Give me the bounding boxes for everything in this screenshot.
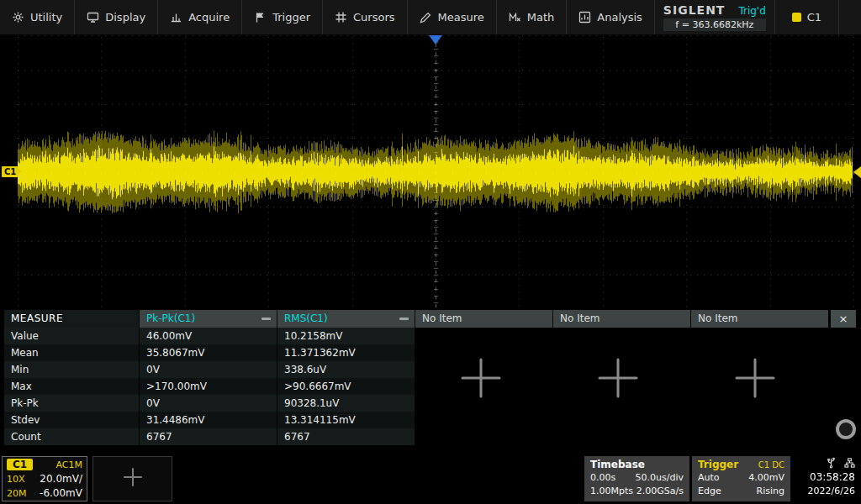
measure-value-cell: >170.00mV	[140, 378, 277, 395]
menu-bar: Utility Display Acquire Trigger Cursors	[0, 0, 861, 35]
trigger-status-badge: Trig'd	[738, 5, 765, 17]
add-measurement-plus-icon[interactable]	[732, 355, 778, 401]
measure-column-label: No Item	[422, 312, 462, 324]
measure-value-cell: 6767	[277, 428, 415, 445]
measure-header-row: MEASURE Pk-Pk(C1) RMS(C1) No Item No Ite…	[4, 310, 828, 328]
menu-item-label: Math	[527, 11, 555, 24]
measure-row-label: Stdev	[4, 412, 139, 428]
table-row: Count 6767 6767	[4, 428, 415, 445]
channel-color-icon	[792, 13, 801, 22]
channel-offset: -6.00mV	[40, 487, 82, 499]
measure-value-cell: 35.8067mV	[140, 344, 277, 361]
measure-table: Value 46.00mV 10.2158mV Mean 35.8067mV 1…	[4, 328, 415, 445]
menu-item-display[interactable]: Display	[75, 0, 158, 34]
channel-marker-label: C1	[4, 167, 16, 176]
minimize-dash-icon[interactable]	[399, 318, 409, 320]
timebase-title: Timebase	[590, 459, 684, 471]
add-measurement-plus-icon[interactable]	[595, 355, 641, 401]
measure-column-label: No Item	[698, 312, 737, 324]
menu-item-label: Display	[105, 11, 145, 24]
measure-row-label: Mean	[4, 344, 139, 361]
trigger-type: Edge	[698, 485, 721, 498]
cursors-icon	[335, 11, 347, 24]
measure-column-empty-3[interactable]: No Item	[691, 310, 828, 328]
channel-descriptor-box[interactable]: C1 AC1M 10X 20.0mV/ 20M -6.00mV	[2, 456, 87, 501]
measure-column-empty-1[interactable]: No Item	[415, 310, 552, 328]
menu-item-label: Cursors	[353, 11, 395, 24]
display-icon	[87, 11, 99, 24]
trigger-source: C1 DC	[758, 459, 784, 471]
measure-column-pkpk[interactable]: Pk-Pk(C1)	[140, 310, 277, 328]
timebase-memory: 1.00Mpts	[590, 485, 633, 498]
menu-item-label: Acquire	[188, 11, 230, 24]
measure-value-cell: 0V	[140, 361, 277, 378]
menu-item-cursors[interactable]: Cursors	[323, 0, 408, 34]
math-icon	[509, 11, 521, 24]
measure-row-label: Value	[4, 328, 139, 344]
waveform-area[interactable]: C1	[0, 35, 861, 309]
measure-value-cell: 13.314115mV	[277, 412, 415, 428]
timebase-sample-rate: 2.00GSa/s	[637, 485, 684, 498]
measure-column-label: No Item	[560, 312, 600, 324]
menu-item-label: Utility	[30, 11, 62, 24]
channel-tab-label: C1	[807, 11, 821, 24]
channel-name-badge: C1	[7, 459, 33, 470]
measure-value-cell: 90328.1uV	[277, 395, 415, 412]
measure-row-label: Pk-Pk	[4, 395, 139, 412]
measure-panel: MEASURE Pk-Pk(C1) RMS(C1) No Item No Ite…	[0, 310, 861, 448]
channel-position-marker[interactable]: C1	[2, 166, 18, 177]
menu-item-measure[interactable]: Measure	[408, 0, 497, 34]
add-measurement-plus-icon[interactable]	[458, 355, 504, 401]
table-row: Pk-Pk 0V 90328.1uV	[4, 395, 415, 412]
trigger-level-marker[interactable]	[853, 166, 861, 178]
menu-bar-spacer	[839, 0, 861, 34]
timebase-descriptor-box[interactable]: Timebase 0.00s 50.0us/div 1.00Mpts 2.00G…	[584, 456, 689, 501]
measure-value-cell: 338.6uV	[277, 361, 415, 378]
trigger-position-marker[interactable]	[429, 35, 442, 45]
menu-item-utility[interactable]: Utility	[0, 0, 75, 34]
table-row: Stdev 31.4486mV 13.314115mV	[4, 412, 415, 428]
measure-column-rms[interactable]: RMS(C1)	[277, 310, 415, 328]
channel-attenuation: 10X	[7, 474, 25, 485]
frequency-counter: f = 363.6682kHz	[663, 18, 766, 31]
measure-row-label: Max	[4, 378, 139, 395]
menu-item-analysis[interactable]: Analysis	[567, 0, 655, 34]
menu-item-trigger[interactable]: Trigger	[242, 0, 323, 34]
brand-block: SIGLENT Trig'd f = 363.6682kHz	[655, 0, 775, 34]
measure-value-cell: >90.6667mV	[277, 378, 415, 395]
waveform-canvas[interactable]	[0, 35, 861, 309]
menu-item-label: Analysis	[597, 11, 642, 24]
close-measure-button[interactable]: ×	[831, 310, 856, 328]
menu-item-math[interactable]: Math	[497, 0, 568, 34]
gear-icon	[12, 11, 24, 24]
channel-tab-c1[interactable]: C1	[775, 0, 839, 34]
menu-item-label: Measure	[438, 11, 484, 24]
clock-date: 2022/6/26	[808, 485, 855, 498]
add-channel-box[interactable]	[92, 456, 172, 501]
measure-value-cell: 11.371362mV	[277, 344, 415, 361]
system-info-block: 03:58:28 2022/6/26	[790, 456, 858, 501]
measure-panel-title: MEASURE	[4, 310, 139, 328]
network-icon	[844, 457, 855, 469]
trigger-level: 4.00mV	[748, 471, 784, 485]
trigger-title: Trigger	[698, 459, 738, 471]
channel-coupling: AC1M	[55, 459, 82, 470]
menu-item-acquire[interactable]: Acquire	[158, 0, 242, 34]
flag-icon	[254, 11, 267, 24]
measure-row-label: Count	[4, 428, 139, 445]
gesture-knob-button[interactable]	[836, 419, 856, 439]
trigger-descriptor-box[interactable]: Trigger C1 DC Auto 4.00mV Edge Rising	[692, 456, 790, 501]
add-channel-plus-icon	[122, 466, 144, 491]
brand-logo: SIGLENT	[663, 3, 726, 17]
usb-icon	[826, 457, 837, 469]
measure-value-cell: 0V	[140, 395, 277, 412]
table-row: Value 46.00mV 10.2158mV	[4, 328, 415, 344]
measure-column-empty-2[interactable]: No Item	[553, 310, 690, 328]
measure-column-label: Pk-Pk(C1)	[146, 312, 195, 324]
table-row: Min 0V 338.6uV	[4, 361, 415, 378]
measure-value-cell: 6767	[140, 428, 277, 445]
analysis-icon	[578, 11, 591, 24]
minimize-dash-icon[interactable]	[261, 318, 271, 320]
clock-time: 03:58:28	[810, 470, 855, 485]
acquire-icon	[170, 11, 182, 24]
